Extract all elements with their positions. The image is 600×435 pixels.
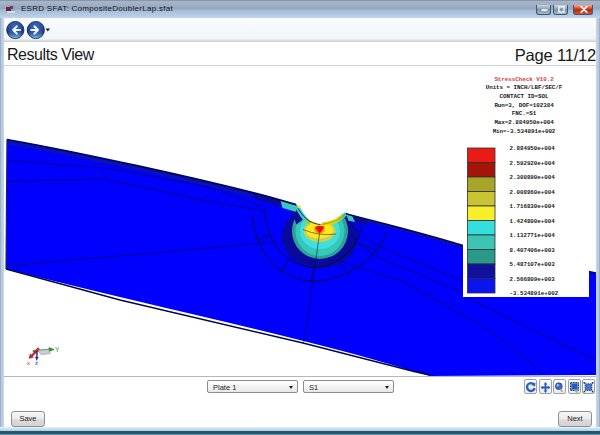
svg-text:5.487107e+003: 5.487107e+003 bbox=[510, 261, 556, 268]
svg-text:FNC.=S1: FNC.=S1 bbox=[512, 110, 537, 117]
svg-text:2.300890e+004: 2.300890e+004 bbox=[510, 174, 556, 181]
svg-text:2.566809e+003: 2.566809e+003 bbox=[510, 276, 556, 283]
svg-text:2.884950e+004: 2.884950e+004 bbox=[510, 145, 556, 152]
svg-text:1.424800e+004: 1.424800e+004 bbox=[510, 218, 556, 225]
svg-text:Max=2.884950e+004: Max=2.884950e+004 bbox=[494, 119, 554, 126]
svg-text:2.592920e+004: 2.592920e+004 bbox=[510, 160, 556, 167]
svg-text:x: x bbox=[27, 360, 30, 366]
svg-text:z: z bbox=[35, 360, 38, 366]
svg-text:CONTACT ID=SOL: CONTACT ID=SOL bbox=[500, 93, 549, 100]
svg-text:StressCheck V10.2: StressCheck V10.2 bbox=[494, 76, 554, 83]
svg-text:Y: Y bbox=[55, 346, 60, 353]
svg-text:Units = INCH/LBF/SEC/F: Units = INCH/LBF/SEC/F bbox=[486, 84, 563, 91]
svg-text:Run=3, DOF=102384: Run=3, DOF=102384 bbox=[494, 102, 554, 109]
svg-text:-3.534891e+002: -3.534891e+002 bbox=[510, 290, 559, 297]
svg-text:8.407406e+003: 8.407406e+003 bbox=[510, 247, 556, 254]
svg-text:1.132771e+004: 1.132771e+004 bbox=[510, 232, 556, 239]
svg-text:2.008860e+004: 2.008860e+004 bbox=[510, 189, 556, 196]
svg-text:Min=-3.534891e+002: Min=-3.534891e+002 bbox=[493, 128, 556, 135]
svg-text:1.716830e+004: 1.716830e+004 bbox=[510, 203, 556, 210]
